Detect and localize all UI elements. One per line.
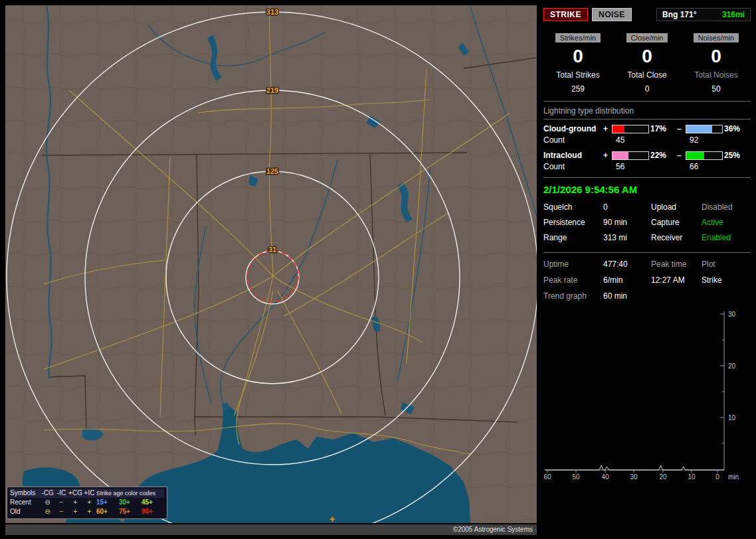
pos-ic-percent: 22% (650, 151, 677, 160)
squelch-label: Squelch (543, 202, 603, 212)
strikes-per-min-column: Strikes/min 0 Total Strikes 259 (543, 33, 613, 94)
pos-cg-bar (612, 125, 649, 133)
uptime-value: 477:40 (603, 260, 651, 269)
range-label: Range (543, 233, 603, 242)
distribution-title: Lightning type distribution (543, 102, 751, 119)
neg-cg-symbol: ⊖ (41, 507, 54, 516)
y-tick-label: 10 (728, 414, 736, 422)
lightning-distribution: Lightning type distribution Cloud-ground… (543, 102, 751, 171)
cloud-ground-row: Cloud-ground + 17% – 36% (543, 124, 751, 133)
peak-time-value: 12:27 AM (651, 275, 702, 285)
legend-row-recent: Recent ⊖ − + + 15+ 30+ 45+ (10, 498, 164, 507)
bearing-display: Bng 171° 316mi (656, 8, 751, 21)
pos-ic-count: 56 (612, 162, 650, 171)
pos-ic-symbol: + (82, 507, 96, 516)
uptime-label: Uptime (543, 260, 603, 269)
plot-value: Strike (702, 275, 751, 285)
count-label: Count (543, 135, 603, 145)
squelch-value: 0 (603, 202, 651, 212)
plot-label: Plot (702, 260, 751, 269)
pos-ic-bar (612, 151, 649, 160)
trend-axes (545, 311, 724, 473)
x-axis-unit: min (728, 473, 739, 481)
status-grid: Squelch 0 Upload Disabled Persistence 90… (543, 200, 751, 248)
nexstorm-window: + 313 219 125 31 Symbols -CG -IC +CG +IC… (0, 0, 756, 539)
neg-ic-symbol: − (54, 498, 68, 507)
trend-series (545, 465, 724, 470)
y-tick-label: 30 (728, 311, 736, 318)
total-noises-value: 50 (711, 84, 720, 94)
x-tick-label: 20 (659, 473, 667, 481)
minus-sign: – (677, 124, 686, 133)
age-code: 45+ (142, 498, 164, 507)
minus-sign: – (677, 151, 686, 160)
legend-row-old: Old ⊖ − + + 60+ 75+ 90+ (10, 507, 164, 516)
cloud-ground-count-row: Count 45 92 (543, 135, 751, 145)
pos-cg-count: 45 (612, 135, 650, 145)
panel-header: STRIKE NOISE Bng 171° 316mi (543, 5, 751, 27)
noise-button[interactable]: NOISE (592, 8, 632, 21)
pos-cg-symbol: + (68, 498, 82, 507)
plus-sign: + (603, 151, 612, 160)
stats-grid: Uptime 477:40 Peak time Plot Peak rate 6… (543, 253, 751, 302)
strike-button[interactable]: STRIKE (543, 8, 588, 21)
persistence-value: 90 min (603, 218, 651, 227)
legend-col-neg-cg: -CG (41, 489, 54, 498)
count-label: Count (543, 162, 603, 171)
x-tick-label: 30 (630, 473, 638, 481)
total-close-label: Total Close (627, 70, 666, 80)
neg-ic-count: 66 (686, 162, 724, 171)
neg-cg-symbol: ⊖ (41, 498, 54, 507)
control-panel: STRIKE NOISE Bng 171° 316mi Strikes/min … (543, 5, 751, 535)
trend-graph-value: 60 min (603, 291, 651, 301)
pos-cg-symbol: + (68, 507, 82, 516)
map-area: + 313 219 125 31 Symbols -CG -IC +CG +IC… (5, 5, 537, 535)
legend-age-title: Strike age color codes (96, 489, 164, 498)
neg-cg-percent: 36% (724, 124, 749, 133)
x-tick-label: 10 (688, 473, 696, 481)
pos-ic-symbol: + (82, 498, 96, 507)
lightning-map[interactable]: + 313 219 125 31 (5, 5, 537, 523)
x-tick-label: 0 (715, 473, 719, 481)
legend-row-label: Recent (10, 498, 41, 507)
noises-per-min-chip: Noises/min (694, 33, 739, 42)
y-tick-label: 20 (728, 362, 736, 370)
total-noises-label: Total Noises (694, 70, 737, 80)
legend-symbols-title: Symbols (10, 489, 41, 498)
peak-time-label: Peak time (651, 260, 702, 269)
type-name: Intracloud (543, 151, 603, 160)
age-code: 60+ (96, 507, 119, 516)
receiver-label: Receiver (651, 233, 702, 242)
strikes-per-min-value: 0 (573, 47, 583, 66)
upload-status: Disabled (702, 202, 751, 212)
total-close-value: 0 (645, 84, 650, 94)
trend-axis-labels: 30 20 10 60 50 40 30 20 10 0 min (543, 311, 739, 481)
neg-ic-bar (686, 151, 723, 160)
age-code: 75+ (119, 507, 142, 516)
neg-ic-percent: 25% (724, 151, 749, 160)
capture-label: Capture (651, 218, 702, 227)
peak-rate-value: 6/min (603, 275, 651, 285)
legend-header: Symbols -CG -IC +CG +IC Strike age color… (10, 489, 164, 498)
neg-cg-bar (686, 125, 723, 133)
neg-ic-symbol: − (54, 507, 68, 516)
noises-per-min-column: Noises/min 0 Total Noises 50 (682, 33, 751, 94)
total-strikes-label: Total Strikes (556, 70, 599, 80)
upload-label: Upload (651, 202, 702, 212)
noises-per-min-value: 0 (711, 47, 721, 66)
age-code: 30+ (119, 498, 142, 507)
range-ring-label: 219 (266, 86, 278, 94)
age-code: 15+ (96, 498, 119, 507)
x-tick-label: 60 (543, 473, 551, 481)
legend-col-pos-cg: +CG (68, 489, 82, 498)
intracloud-row: Intracloud + 22% – 25% (543, 151, 751, 160)
peak-rate-label: Peak rate (543, 275, 603, 285)
strikes-per-min-chip: Strikes/min (555, 33, 601, 42)
range-ring-label: 125 (266, 167, 278, 175)
bearing-range-value: 316mi (722, 10, 745, 19)
close-per-min-column: Close/min 0 Total Close 0 (613, 33, 682, 94)
copyright-text: ©2005 Astrogenic Systems (453, 526, 533, 533)
status-bar: ©2005 Astrogenic Systems (5, 524, 537, 535)
persistence-label: Persistence (543, 218, 603, 227)
rate-summary: Strikes/min 0 Total Strikes 259 Close/mi… (543, 27, 751, 96)
